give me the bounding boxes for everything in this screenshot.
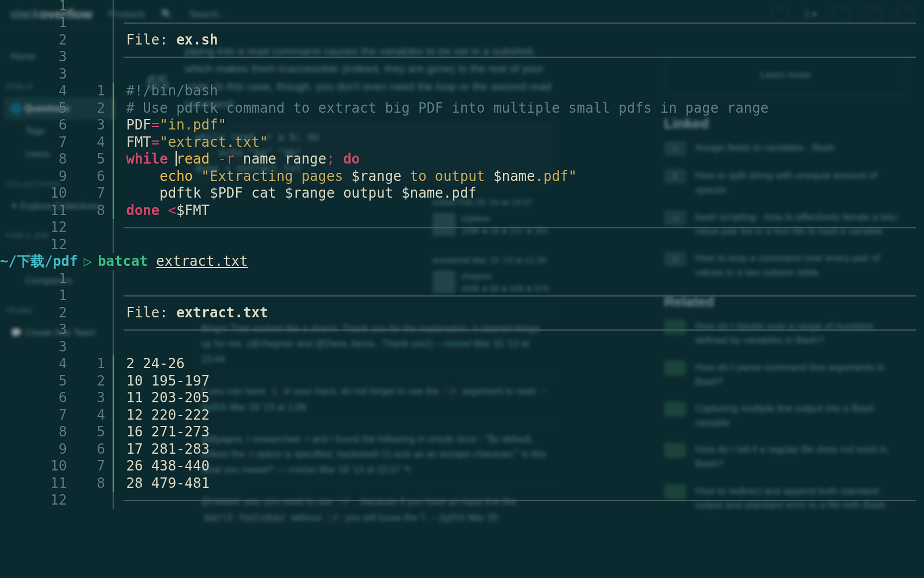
bat-row: 12 [0, 219, 916, 236]
tok-echo: echo [159, 168, 193, 186]
data-cell: 17 281-283 [126, 441, 210, 458]
data-cell: 10 195-197 [126, 373, 210, 390]
file-header-name: ex.sh [176, 32, 218, 49]
bat-row: 3 [0, 66, 916, 83]
tok-q: " [202, 168, 210, 186]
data-line: 74 12 220-222 [0, 407, 916, 424]
src-line: 52 # Use pdftk command to extract big PD… [0, 100, 916, 117]
terminal[interactable]: ~/下载/pdf ▷ batcat ex.sh 1 1 2 File: ex.s… [0, 0, 924, 578]
tok-args: name range [234, 151, 326, 168]
sp [335, 151, 343, 168]
bat-row: 2 File: extract.txt [0, 305, 916, 322]
tok-eq: = [151, 134, 159, 151]
src-line: 118 done <$FMT [0, 202, 916, 220]
file-header-label: File: [126, 305, 176, 322]
data-line: 52 10 195-197 [0, 373, 916, 390]
tok-id: FMT [126, 134, 151, 151]
tok-str: to output [401, 168, 493, 186]
tok-opt: -r [218, 151, 234, 168]
prompt-cmd: batcat [98, 253, 148, 271]
bat-row: 1 [0, 0, 916, 14]
src-line: 41 #!/bin/bash [0, 83, 916, 100]
rule-top [124, 287, 916, 305]
prompt-arg-2: extract.txt [156, 253, 248, 271]
tok-var: $FMT [176, 202, 210, 220]
src-line: 107 pdftk $PDF cat $range output $name.p… [0, 185, 916, 202]
data-line: 41 2 24-26 [0, 355, 916, 373]
tok-done: done [126, 202, 159, 220]
tok-q: " [568, 168, 576, 186]
rule-bottom [124, 492, 916, 509]
data-line: 63 11 203-205 [0, 390, 916, 407]
src-comment: # Use pdftk command to extract big PDF i… [126, 100, 769, 117]
tok-str: Extracting pages [210, 168, 352, 186]
prompt-line-2: ~/下载/pdf ▷ batcat extract.txt [0, 253, 916, 271]
bat-row: 1 [0, 271, 916, 288]
tok-semi: ; [326, 151, 334, 168]
rule-top [124, 14, 916, 32]
tok-eq: = [151, 117, 159, 134]
src-shebang: #!/bin/bash [126, 83, 218, 100]
rule-bottom [124, 219, 916, 236]
data-cell: 28 479-481 [126, 475, 210, 492]
tok-var: $range [352, 168, 402, 186]
bat-row: 3 [0, 49, 916, 66]
tok-redir: < [168, 202, 176, 220]
data-line: 96 17 281-283 [0, 441, 916, 458]
tok-str: .pdf [535, 168, 569, 186]
data-cell: 2 24-26 [126, 355, 184, 373]
bat-row: 12 [0, 236, 916, 254]
file-header-label: File: [126, 32, 176, 49]
indent [126, 168, 159, 186]
src-line: 74 FMT="extract.txt" [0, 134, 916, 151]
sp [159, 202, 167, 220]
tok-var: $name [493, 168, 535, 186]
tok-cmd: pdftk $PDF cat $range output $name.pdf [159, 185, 476, 202]
src-line: 96 echo "Extracting pages $range to outp… [0, 168, 916, 186]
data-line: 107 26 438-440 [0, 458, 916, 475]
data-line: 85 16 271-273 [0, 424, 916, 441]
data-cell: 11 203-205 [126, 390, 210, 407]
bat-row: 1 [0, 14, 916, 32]
tok-do: do [343, 151, 360, 168]
indent [126, 185, 159, 202]
data-cell: 26 438-440 [126, 458, 210, 475]
tok-kw: while [126, 151, 167, 168]
file-header-name: extract.txt [176, 305, 268, 322]
bat-row: 1 [0, 287, 916, 305]
tok-str: "extract.txt" [159, 134, 268, 151]
data-cell: 12 220-222 [126, 407, 210, 424]
sp [168, 151, 176, 168]
src-line: 85 while read -r name range; do [0, 151, 916, 168]
sp [193, 168, 201, 186]
src-line: 63 PDF="in.pdf" [0, 117, 916, 134]
prompt-path: ~/下载/pdf [0, 253, 78, 271]
tok-read: read [176, 151, 218, 168]
rule [124, 49, 916, 66]
tok-id: PDF [126, 117, 151, 134]
rule [124, 321, 916, 339]
bat-row: 12 [0, 492, 916, 509]
tok-str: "in.pdf" [159, 117, 226, 134]
data-line: 118 28 479-481 [0, 475, 916, 492]
bat-row: 3 [0, 321, 916, 339]
data-cell: 16 271-273 [126, 424, 210, 441]
prompt-marker-icon: ▷ [84, 253, 92, 271]
bat-row: 2 File: ex.sh [0, 32, 916, 49]
bat-row: 3 [0, 339, 916, 356]
